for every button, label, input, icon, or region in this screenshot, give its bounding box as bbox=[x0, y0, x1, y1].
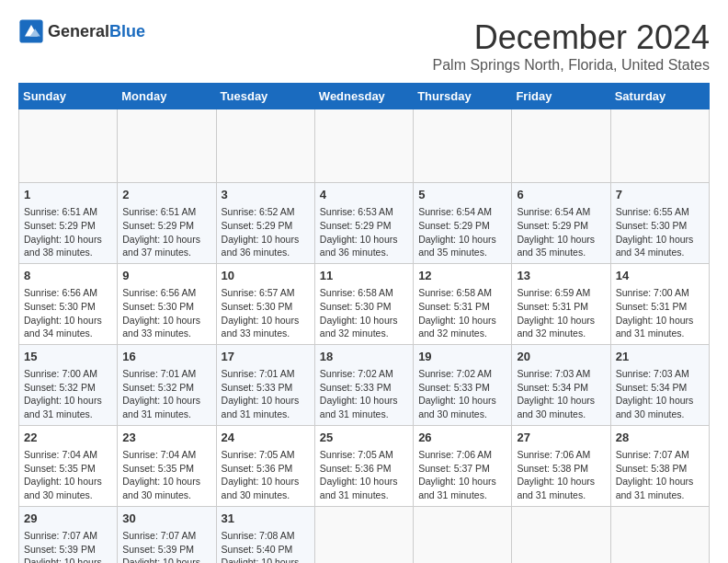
day-number: 8 bbox=[24, 268, 112, 284]
sunrise-text: Sunrise: 7:06 AM bbox=[517, 449, 590, 460]
day-number: 11 bbox=[320, 268, 408, 284]
sunset-text: Sunset: 5:32 PM bbox=[122, 382, 194, 393]
daylight-text: Daylight: 10 hours and 36 minutes. bbox=[222, 234, 300, 259]
sunset-text: Sunset: 5:36 PM bbox=[320, 463, 392, 474]
day-of-week-header: Monday bbox=[118, 84, 216, 109]
calendar-day-cell: 9Sunrise: 6:56 AMSunset: 5:30 PMDaylight… bbox=[118, 263, 216, 344]
calendar-table: SundayMondayTuesdayWednesdayThursdayFrid… bbox=[18, 83, 710, 563]
daylight-text: Daylight: 10 hours and 35 minutes. bbox=[517, 234, 595, 259]
sunrise-text: Sunrise: 7:01 AM bbox=[122, 368, 196, 379]
day-of-week-header: Wednesday bbox=[314, 84, 413, 109]
logo: GeneralBlue bbox=[18, 18, 145, 44]
calendar-day-cell: 10Sunrise: 6:57 AMSunset: 5:30 PMDayligh… bbox=[216, 263, 314, 344]
daylight-text: Daylight: 10 hours and 30 minutes. bbox=[222, 476, 300, 500]
sunrise-text: Sunrise: 7:00 AM bbox=[616, 287, 689, 298]
calendar-day-cell bbox=[512, 109, 610, 183]
calendar-day-cell: 25Sunrise: 7:05 AMSunset: 5:36 PMDayligh… bbox=[314, 425, 413, 506]
sunset-text: Sunset: 5:36 PM bbox=[222, 463, 293, 474]
sunset-text: Sunset: 5:29 PM bbox=[418, 220, 490, 231]
calendar-day-cell: 24Sunrise: 7:05 AMSunset: 5:36 PMDayligh… bbox=[216, 425, 314, 506]
daylight-text: Daylight: 10 hours and 32 minutes. bbox=[320, 315, 398, 339]
day-of-week-header: Tuesday bbox=[216, 84, 314, 109]
daylight-text: Daylight: 10 hours and 31 minutes. bbox=[222, 395, 300, 419]
day-number: 14 bbox=[616, 268, 704, 284]
daylight-text: Daylight: 10 hours and 38 minutes. bbox=[24, 234, 102, 259]
daylight-text: Daylight: 10 hours and 36 minutes. bbox=[320, 234, 398, 259]
day-number: 28 bbox=[616, 430, 704, 446]
sunset-text: Sunset: 5:29 PM bbox=[517, 220, 588, 231]
sunrise-text: Sunrise: 6:54 AM bbox=[418, 206, 492, 217]
daylight-text: Daylight: 10 hours and 30 minutes. bbox=[122, 476, 200, 500]
day-number: 20 bbox=[517, 349, 605, 365]
calendar-day-cell: 22Sunrise: 7:04 AMSunset: 5:35 PMDayligh… bbox=[19, 425, 118, 506]
calendar-day-cell bbox=[314, 506, 413, 563]
day-of-week-header: Saturday bbox=[610, 84, 709, 109]
sunset-text: Sunset: 5:30 PM bbox=[222, 301, 293, 312]
calendar-day-cell: 16Sunrise: 7:01 AMSunset: 5:32 PMDayligh… bbox=[118, 344, 216, 425]
title-block: December 2024 Palm Springs North, Florid… bbox=[433, 18, 710, 74]
calendar-day-cell: 18Sunrise: 7:02 AMSunset: 5:33 PMDayligh… bbox=[314, 344, 413, 425]
calendar-day-cell: 2Sunrise: 6:51 AMSunset: 5:29 PMDaylight… bbox=[118, 183, 216, 264]
sunrise-text: Sunrise: 6:56 AM bbox=[122, 287, 196, 298]
sunrise-text: Sunrise: 7:00 AM bbox=[24, 368, 97, 379]
sunset-text: Sunset: 5:31 PM bbox=[418, 301, 490, 312]
calendar-day-cell: 30Sunrise: 7:07 AMSunset: 5:39 PMDayligh… bbox=[118, 506, 216, 563]
day-of-week-header: Friday bbox=[512, 84, 610, 109]
daylight-text: Daylight: 10 hours and 31 minutes. bbox=[517, 476, 595, 500]
day-number: 27 bbox=[517, 430, 605, 446]
sunset-text: Sunset: 5:35 PM bbox=[24, 463, 96, 474]
sunrise-text: Sunrise: 7:08 AM bbox=[222, 530, 295, 541]
sunrise-text: Sunrise: 6:51 AM bbox=[24, 206, 97, 217]
calendar-day-cell bbox=[414, 109, 512, 183]
calendar-day-cell bbox=[118, 109, 216, 183]
logo-blue-text: Blue bbox=[109, 22, 145, 40]
calendar-week-row: 1Sunrise: 6:51 AMSunset: 5:29 PMDaylight… bbox=[19, 183, 710, 264]
calendar-day-cell bbox=[314, 109, 413, 183]
logo-icon bbox=[18, 18, 44, 44]
sunset-text: Sunset: 5:37 PM bbox=[418, 463, 490, 474]
calendar-week-row bbox=[19, 109, 710, 183]
daylight-text: Daylight: 10 hours and 31 minutes. bbox=[122, 395, 200, 419]
daylight-text: Daylight: 10 hours and 34 minutes. bbox=[616, 234, 694, 259]
day-number: 18 bbox=[320, 349, 408, 365]
sunrise-text: Sunrise: 6:53 AM bbox=[320, 206, 393, 217]
day-number: 23 bbox=[122, 430, 210, 446]
calendar-day-cell: 19Sunrise: 7:02 AMSunset: 5:33 PMDayligh… bbox=[414, 344, 512, 425]
sunrise-text: Sunrise: 7:04 AM bbox=[122, 449, 196, 460]
day-number: 16 bbox=[122, 349, 210, 365]
day-number: 17 bbox=[222, 349, 310, 365]
sunrise-text: Sunrise: 6:58 AM bbox=[320, 287, 393, 298]
calendar-day-cell: 4Sunrise: 6:53 AMSunset: 5:29 PMDaylight… bbox=[314, 183, 413, 264]
calendar-week-row: 15Sunrise: 7:00 AMSunset: 5:32 PMDayligh… bbox=[19, 344, 710, 425]
day-number: 25 bbox=[320, 430, 408, 446]
sunrise-text: Sunrise: 7:01 AM bbox=[222, 368, 295, 379]
daylight-text: Daylight: 10 hours and 31 minutes. bbox=[616, 315, 694, 339]
calendar-day-cell bbox=[216, 109, 314, 183]
daylight-text: Daylight: 10 hours and 30 minutes. bbox=[418, 395, 496, 419]
page-header: GeneralBlue December 2024 Palm Springs N… bbox=[18, 18, 710, 74]
calendar-day-cell bbox=[610, 109, 709, 183]
day-number: 1 bbox=[24, 187, 112, 203]
daylight-text: Daylight: 10 hours and 37 minutes. bbox=[122, 234, 200, 259]
sunrise-text: Sunrise: 7:07 AM bbox=[24, 530, 97, 541]
sunset-text: Sunset: 5:38 PM bbox=[517, 463, 588, 474]
daylight-text: Daylight: 10 hours and 31 minutes. bbox=[418, 476, 496, 500]
sunset-text: Sunset: 5:29 PM bbox=[320, 220, 392, 231]
calendar-week-row: 22Sunrise: 7:04 AMSunset: 5:35 PMDayligh… bbox=[19, 425, 710, 506]
sunset-text: Sunset: 5:34 PM bbox=[616, 382, 688, 393]
sunrise-text: Sunrise: 6:58 AM bbox=[418, 287, 492, 298]
sunrise-text: Sunrise: 6:52 AM bbox=[222, 206, 295, 217]
day-number: 3 bbox=[222, 187, 310, 203]
calendar-day-cell: 28Sunrise: 7:07 AMSunset: 5:38 PMDayligh… bbox=[610, 425, 709, 506]
daylight-text: Daylight: 10 hours and 32 minutes. bbox=[418, 315, 496, 339]
sunset-text: Sunset: 5:29 PM bbox=[122, 220, 194, 231]
calendar-day-cell: 11Sunrise: 6:58 AMSunset: 5:30 PMDayligh… bbox=[314, 263, 413, 344]
day-number: 30 bbox=[122, 511, 210, 527]
day-of-week-header: Sunday bbox=[19, 84, 118, 109]
day-number: 26 bbox=[418, 430, 506, 446]
daylight-text: Daylight: 10 hours and 30 minutes. bbox=[517, 395, 595, 419]
calendar-day-cell: 13Sunrise: 6:59 AMSunset: 5:31 PMDayligh… bbox=[512, 263, 610, 344]
sunset-text: Sunset: 5:30 PM bbox=[24, 301, 96, 312]
daylight-text: Daylight: 10 hours and 32 minutes. bbox=[222, 557, 300, 563]
calendar-day-cell: 23Sunrise: 7:04 AMSunset: 5:35 PMDayligh… bbox=[118, 425, 216, 506]
